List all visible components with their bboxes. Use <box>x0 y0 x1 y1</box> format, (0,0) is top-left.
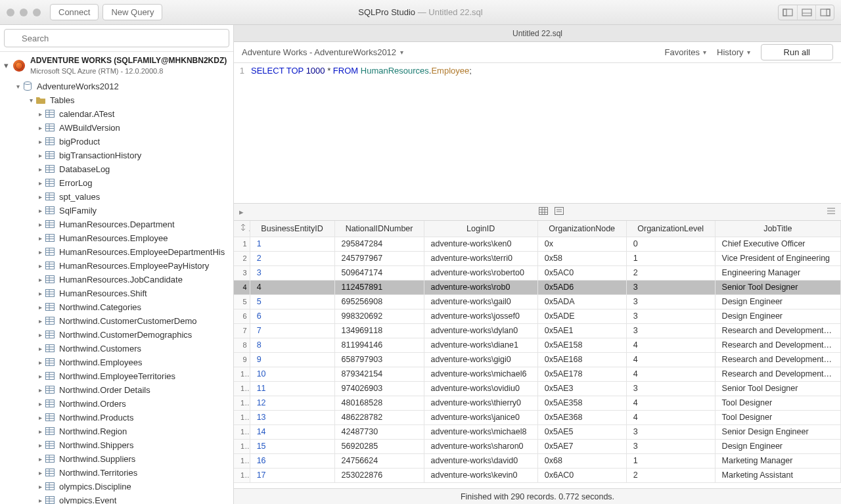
cell[interactable]: 509647174 <box>334 265 424 280</box>
cell[interactable]: 295847284 <box>334 237 424 251</box>
table-node[interactable]: ▸bigTransactionHistory <box>0 149 233 162</box>
cell[interactable]: 695256908 <box>334 294 424 309</box>
cell[interactable]: 998320692 <box>334 309 424 323</box>
table-node[interactable]: ▸HumanResources.JobCandidate <box>0 273 233 286</box>
cell[interactable]: 1 <box>626 251 715 265</box>
cell[interactable]: adventure-works\david0 <box>424 453 537 468</box>
table-node[interactable]: ▸AWBuildVersion <box>0 121 233 135</box>
cell[interactable]: adventure-works\rob0 <box>424 280 537 294</box>
cell[interactable]: Senior Design Engineer <box>715 424 840 439</box>
cell[interactable]: 2 <box>626 265 715 280</box>
cell[interactable]: 658797903 <box>334 352 424 367</box>
table-node[interactable]: ▸bigProduct <box>0 135 233 149</box>
row-number[interactable]: 8 <box>234 338 250 352</box>
table-row[interactable]: 1010879342154adventure-works\michael60x5… <box>234 367 841 381</box>
tables-folder[interactable]: ▾ Tables <box>0 93 233 107</box>
play-icon[interactable]: ▸ <box>239 207 244 217</box>
cell[interactable]: Research and Development Engin <box>715 338 840 352</box>
table-row[interactable]: 99658797903adventure-works\gigi00x5AE168… <box>234 352 841 367</box>
cell[interactable]: 14 <box>250 424 334 439</box>
cell[interactable]: Design Engineer <box>715 294 840 309</box>
table-node[interactable]: ▸Northwind.Suppliers <box>0 452 233 466</box>
table-node[interactable]: ▸DatabaseLog <box>0 162 233 176</box>
cell[interactable]: 3 <box>626 381 715 396</box>
cell[interactable]: 42487730 <box>334 424 424 439</box>
table-node[interactable]: ▸Northwind.CustomerCustomerDemo <box>0 314 233 328</box>
table-node[interactable]: ▸Northwind.Shippers <box>0 438 233 452</box>
cell[interactable]: 974026903 <box>334 381 424 396</box>
table-node[interactable]: ▸ErrorLog <box>0 176 233 190</box>
table-row[interactable]: 88811994146adventure-works\diane10x5AE15… <box>234 338 841 352</box>
table-row[interactable]: 1111974026903adventure-works\ovidiu00x5A… <box>234 381 841 396</box>
cell[interactable]: 3 <box>626 323 715 338</box>
cell[interactable]: 11 <box>250 381 334 396</box>
cell[interactable]: 12 <box>250 396 334 410</box>
search-input[interactable] <box>4 29 229 47</box>
cell[interactable]: 2 <box>250 251 334 265</box>
cell[interactable]: adventure-works\terri0 <box>424 251 537 265</box>
table-node[interactable]: ▸Northwind.CustomerDemographics <box>0 328 233 342</box>
history-menu[interactable]: History▾ <box>717 47 750 57</box>
row-number[interactable]: 14 <box>234 424 250 439</box>
row-number[interactable]: 12 <box>234 396 250 410</box>
cell[interactable]: 4 <box>626 396 715 410</box>
new-query-button[interactable]: New Query <box>102 4 162 20</box>
row-number[interactable]: 7 <box>234 323 250 338</box>
table-node[interactable]: ▸HumanResources.Department <box>0 218 233 231</box>
cell[interactable]: adventure-works\roberto0 <box>424 265 537 280</box>
table-row[interactable]: 1212480168528adventure-works\thierry00x5… <box>234 396 841 410</box>
col-header[interactable]: JobTitle <box>715 221 840 237</box>
cell[interactable]: 4 <box>626 338 715 352</box>
row-number[interactable]: 3 <box>234 265 250 280</box>
table-node[interactable]: ▸Northwind.Territories <box>0 466 233 480</box>
row-number[interactable]: 11 <box>234 381 250 396</box>
table-node[interactable]: ▸Northwind.Products <box>0 411 233 424</box>
cell[interactable]: 16 <box>250 453 334 468</box>
cell[interactable]: 3 <box>626 424 715 439</box>
cell[interactable]: adventure-works\janice0 <box>424 410 537 424</box>
layout-right-icon[interactable] <box>815 5 834 20</box>
table-row[interactable]: 141442487730adventure-works\michael80x5A… <box>234 424 841 439</box>
table-node[interactable]: ▸Northwind.Customers <box>0 342 233 355</box>
row-number[interactable]: 10 <box>234 367 250 381</box>
cell[interactable]: Marketing Manager <box>715 453 840 468</box>
col-header[interactable]: NationalIDNumber <box>334 221 424 237</box>
cell[interactable]: 0x5AE358 <box>537 396 626 410</box>
cell[interactable]: 4 <box>626 352 715 367</box>
cell[interactable]: 0x5AE7 <box>537 439 626 453</box>
cell[interactable]: 8 <box>250 338 334 352</box>
cell[interactable]: Research and Development Mana <box>715 367 840 381</box>
cell[interactable]: Marketing Assistant <box>715 468 840 482</box>
cell[interactable]: Design Engineer <box>715 309 840 323</box>
cell[interactable]: 245797967 <box>334 251 424 265</box>
cell[interactable]: adventure-works\kevin0 <box>424 468 537 482</box>
cell[interactable]: 0x5AE3 <box>537 381 626 396</box>
cell[interactable]: 4 <box>626 410 715 424</box>
cell[interactable]: 0x5AE168 <box>537 352 626 367</box>
cell[interactable]: 3 <box>626 294 715 309</box>
cell[interactable]: 0x <box>537 237 626 251</box>
cell[interactable]: Research and Development Engin <box>715 352 840 367</box>
cell[interactable]: 2 <box>626 468 715 482</box>
context-crumb[interactable]: Adventure Works - AdventureWorks2012 ▾ <box>242 47 403 57</box>
table-row[interactable]: 55695256908adventure-works\gail00x5ADA3D… <box>234 294 841 309</box>
cell[interactable]: 0 <box>626 237 715 251</box>
cell[interactable]: 1 <box>626 453 715 468</box>
close-window-icon[interactable] <box>7 9 14 16</box>
cell[interactable]: adventure-works\michael8 <box>424 424 537 439</box>
cell[interactable]: 3 <box>626 439 715 453</box>
cell[interactable]: 811994146 <box>334 338 424 352</box>
row-number[interactable]: 17 <box>234 468 250 482</box>
cell[interactable]: 0x5AE158 <box>537 338 626 352</box>
cell[interactable]: adventure-works\thierry0 <box>424 396 537 410</box>
cell[interactable]: 3 <box>626 280 715 294</box>
table-row[interactable]: 151556920285adventure-works\sharon00x5AE… <box>234 439 841 453</box>
row-number[interactable]: 16 <box>234 453 250 468</box>
connection-header[interactable]: ▾ ADVENTURE WORKS (SQLFAMILY@MHKNBN2KDZ)… <box>0 52 233 80</box>
cell[interactable]: 17 <box>250 468 334 482</box>
layout-left-icon[interactable] <box>779 5 797 20</box>
table-row[interactable]: 1313486228782adventure-works\janice00x5A… <box>234 410 841 424</box>
cell[interactable]: adventure-works\ovidiu0 <box>424 381 537 396</box>
cell[interactable]: 0x5ADE <box>537 309 626 323</box>
cell[interactable]: Design Engineer <box>715 439 840 453</box>
